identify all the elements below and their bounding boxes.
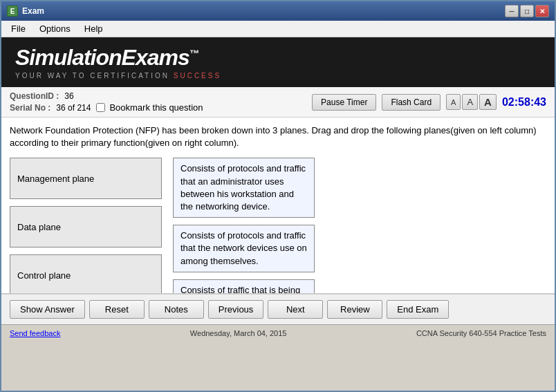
info-bar: QuestionID : 36 Serial No : 36 of 214 Bo… xyxy=(1,87,555,118)
font-large-button[interactable]: A xyxy=(479,94,497,110)
menu-file[interactable]: File xyxy=(4,22,33,36)
drag-item-data[interactable]: Data plane xyxy=(10,206,162,248)
window-title: Exam xyxy=(22,6,505,16)
previous-button[interactable]: Previous xyxy=(208,300,264,319)
main-window: E Exam ─ □ ✕ File Options Help Simulatio… xyxy=(0,0,556,392)
font-size-controls: A A A xyxy=(446,94,497,110)
info-left: QuestionID : 36 Serial No : 36 of 214 Bo… xyxy=(10,90,312,114)
question-id-label: QuestionID : xyxy=(10,91,59,101)
serial-label: Serial No : xyxy=(10,103,50,113)
app-icon: E xyxy=(7,6,18,17)
close-button[interactable]: ✕ xyxy=(535,5,549,17)
next-button[interactable]: Next xyxy=(268,300,323,319)
question-text: Network Foundation Protection (NFP) has … xyxy=(10,124,546,149)
bookmark-row: Bookmark this question xyxy=(96,102,203,113)
review-button[interactable]: Review xyxy=(327,300,382,319)
right-column: Consists of protocols and traffic that a… xyxy=(173,158,315,294)
end-exam-button[interactable]: End Exam xyxy=(387,300,449,319)
question-id-value: 36 xyxy=(64,91,73,101)
status-date: Wednesday, March 04, 2015 xyxy=(60,329,416,337)
notes-button[interactable]: Notes xyxy=(149,300,204,319)
drag-drop-container: Management plane Data plane Control plan… xyxy=(10,158,546,294)
pause-timer-button[interactable]: Pause Timer xyxy=(312,94,376,111)
drop-item-3[interactable]: Consists of traffic that is being forwar… xyxy=(173,279,315,294)
serial-value: 36 of 214 xyxy=(56,103,91,113)
maximize-button[interactable]: □ xyxy=(520,5,534,17)
question-id-row: QuestionID : 36 xyxy=(10,91,312,101)
menu-help[interactable]: Help xyxy=(77,22,110,36)
info-right: Pause Timer Flash Card A A A 02:58:43 xyxy=(312,94,546,111)
logo-text: SimulationExams xyxy=(15,45,189,70)
drag-item-management[interactable]: Management plane xyxy=(10,158,162,199)
drop-item-1[interactable]: Consists of protocols and traffic that a… xyxy=(173,158,315,218)
flash-card-button[interactable]: Flash Card xyxy=(382,94,441,111)
logo-area: SimulationExams™ YOUR WAY TO CERTIFICATI… xyxy=(1,37,555,87)
timer-display: 02:58:43 xyxy=(502,96,546,109)
content-area: File Options Help SimulationExams™ YOUR … xyxy=(1,21,555,391)
status-exam-name: CCNA Security 640-554 Practice Tests xyxy=(416,329,546,337)
status-bar: Send feedback Wednesday, March 04, 2015 … xyxy=(1,324,555,341)
show-answer-button[interactable]: Show Answer xyxy=(10,300,85,319)
font-small-button[interactable]: A xyxy=(446,94,461,110)
logo-subtitle: YOUR WAY TO CERTIFICATION SUCCESS xyxy=(15,72,221,80)
logo-main: SimulationExams™ xyxy=(15,45,221,71)
menu-options[interactable]: Options xyxy=(33,22,77,36)
title-bar: E Exam ─ □ ✕ xyxy=(1,1,555,21)
font-medium-button[interactable]: A xyxy=(462,94,478,110)
question-area: Network Foundation Protection (NFP) has … xyxy=(1,118,555,294)
serial-row: Serial No : 36 of 214 Bookmark this ques… xyxy=(10,102,312,113)
left-column: Management plane Data plane Control plan… xyxy=(10,158,162,294)
bookmark-checkbox[interactable] xyxy=(96,103,105,112)
minimize-button[interactable]: ─ xyxy=(505,5,519,17)
button-bar: Show Answer Reset Notes Previous Next Re… xyxy=(1,294,555,324)
drag-item-control[interactable]: Control plane xyxy=(10,254,162,294)
window-controls: ─ □ ✕ xyxy=(505,5,549,17)
send-feedback-link[interactable]: Send feedback xyxy=(10,329,60,337)
menu-bar: File Options Help xyxy=(1,21,555,37)
reset-button[interactable]: Reset xyxy=(89,300,145,319)
drop-item-2[interactable]: Consists of protocols and traffic that t… xyxy=(173,225,315,272)
bookmark-label: Bookmark this question xyxy=(109,102,203,113)
